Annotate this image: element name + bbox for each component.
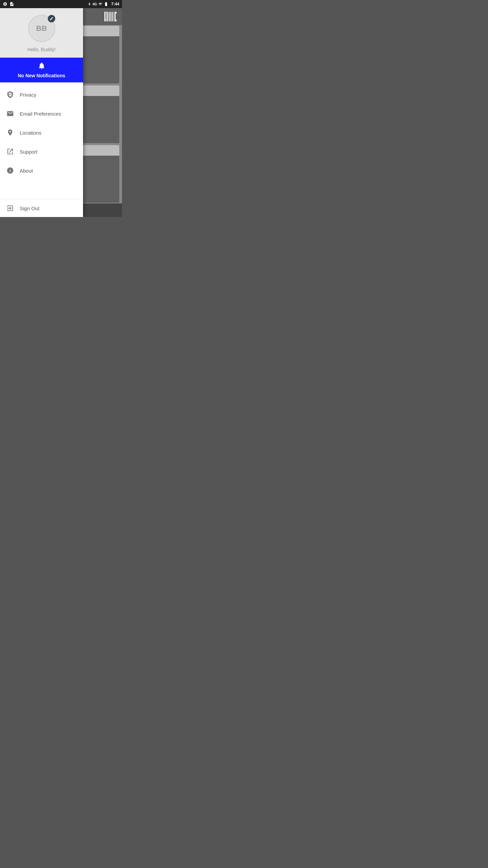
- bell-icon: [38, 62, 46, 72]
- about-label: About: [20, 168, 33, 174]
- settings-icon: [3, 2, 7, 6]
- network-label: 4G: [93, 2, 97, 6]
- barcode-icon[interactable]: [104, 12, 117, 21]
- drawer-menu: Privacy Email Preferences Location: [0, 82, 83, 199]
- bluetooth-icon: [88, 2, 91, 6]
- sign-out-label: Sign Out: [20, 205, 39, 211]
- avatar-edit-button[interactable]: [48, 15, 55, 22]
- edit-icon: [49, 17, 54, 21]
- svg-rect-16: [116, 20, 117, 21]
- status-bar-left-icons: [3, 2, 14, 6]
- sign-out-button[interactable]: Sign Out: [5, 203, 78, 213]
- svg-rect-5: [111, 12, 112, 21]
- menu-item-privacy[interactable]: Privacy: [0, 85, 83, 104]
- navigation-drawer: BB Hello, Buddy! No New Notifications: [0, 8, 83, 217]
- sign-out-icon: [5, 203, 15, 213]
- svg-rect-10: [104, 12, 105, 14]
- svg-rect-3: [108, 12, 109, 21]
- privacy-label: Privacy: [20, 92, 36, 98]
- status-time: 7:44: [111, 2, 119, 6]
- notification-text: No New Notifications: [18, 73, 65, 78]
- bell-svg: [38, 62, 46, 70]
- email-icon: [5, 109, 15, 118]
- menu-item-locations[interactable]: Locations: [0, 123, 83, 142]
- exit-icon: [6, 204, 14, 212]
- greeting-text: Hello, Buddy!: [27, 47, 56, 52]
- menu-item-support[interactable]: Support: [0, 142, 83, 161]
- menu-item-about[interactable]: About: [0, 161, 83, 180]
- notification-banner[interactable]: No New Notifications: [0, 58, 83, 82]
- battery-icon: [104, 2, 108, 6]
- svg-rect-1: [106, 12, 107, 21]
- svg-rect-7: [114, 12, 114, 21]
- info-icon: [6, 167, 14, 174]
- email-label: Email Preferences: [20, 111, 61, 117]
- svg-rect-4: [109, 12, 110, 21]
- svg-rect-6: [112, 12, 113, 21]
- drawer-footer: Sign Out: [0, 199, 83, 217]
- about-icon: [5, 166, 15, 175]
- menu-item-email[interactable]: Email Preferences: [0, 104, 83, 123]
- support-label: Support: [20, 149, 38, 155]
- svg-rect-14: [104, 20, 105, 21]
- location-icon: [5, 128, 15, 137]
- support-icon: [5, 147, 15, 156]
- location-svg: [6, 129, 14, 136]
- privacy-icon: [5, 90, 15, 99]
- svg-rect-12: [116, 12, 117, 14]
- locations-label: Locations: [20, 130, 41, 136]
- status-bar-right-icons: 4G 7:44: [88, 2, 119, 6]
- signal-icon: [98, 2, 102, 6]
- launch-icon: [6, 148, 14, 155]
- avatar-initials: BB: [36, 24, 47, 33]
- svg-rect-2: [107, 12, 108, 21]
- drawer-profile: BB Hello, Buddy!: [0, 8, 83, 58]
- status-bar: 4G 7:44: [0, 0, 122, 8]
- shield-icon: [6, 91, 14, 98]
- email-svg: [6, 110, 14, 117]
- avatar-container: BB: [28, 15, 55, 42]
- app-container: WORKOUTS FIND A CLASS: [0, 8, 122, 217]
- task-icon: [9, 2, 14, 6]
